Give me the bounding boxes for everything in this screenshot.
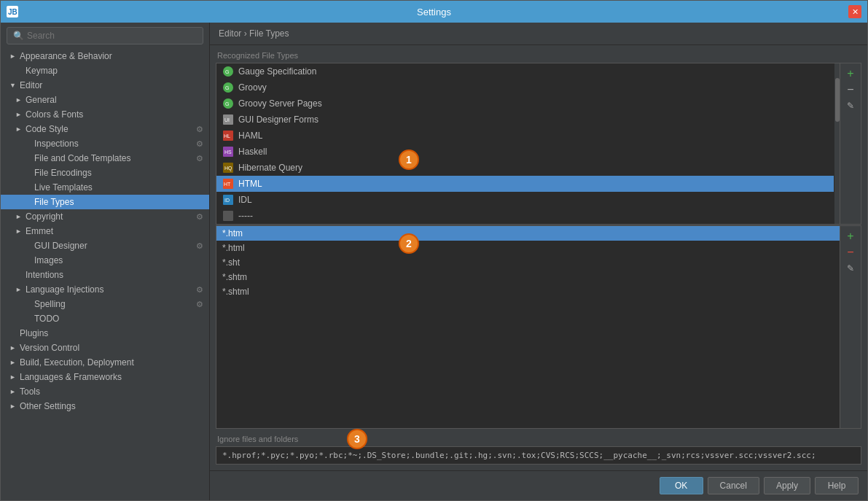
- sidebar-item-label: Plugins: [20, 328, 203, 338]
- sidebar-item-copyright[interactable]: ► Copyright ⚙: [1, 209, 209, 224]
- remove-file-type-button[interactable]: −: [843, 82, 858, 97]
- sidebar-item-images[interactable]: Images: [1, 253, 209, 268]
- cancel-button[interactable]: Cancel: [708, 477, 759, 494]
- file-type-label: Hibernate Query: [238, 163, 302, 173]
- add-file-type-button[interactable]: +: [843, 66, 858, 81]
- ignore-input[interactable]: [216, 446, 861, 465]
- groovy-icon: G: [222, 82, 234, 93]
- file-type-label: HTML: [238, 179, 262, 189]
- file-types-side-buttons: + − ✎: [840, 63, 861, 224]
- list-item[interactable]: HL HAML: [216, 128, 834, 144]
- list-item[interactable]: ID IDL: [216, 192, 834, 208]
- patterns-list-container: *.htm *.html *.sht *.shtm: [216, 225, 861, 429]
- badge-icon: ⚙: [196, 212, 203, 222]
- file-type-label: Groovy: [238, 82, 267, 93]
- sidebar-item-tools[interactable]: ► Tools: [1, 384, 209, 399]
- list-item[interactable]: G Gauge Specification: [216, 63, 834, 79]
- pattern-item-sht[interactable]: *.sht: [216, 255, 840, 270]
- file-types-listbox[interactable]: G Gauge Specification G Groovy: [216, 63, 834, 224]
- file-type-label: Groovy Server Pages: [238, 98, 322, 109]
- sidebar-item-languages[interactable]: ► Languages & Frameworks: [1, 370, 209, 384]
- pattern-item-html[interactable]: *.html: [216, 241, 840, 255]
- svg-text:HQ: HQ: [224, 166, 232, 171]
- list-item[interactable]: HS Haskell: [216, 144, 834, 160]
- list-item[interactable]: UI GUI Designer Forms: [216, 112, 834, 128]
- ok-button[interactable]: OK: [660, 477, 703, 494]
- list-item[interactable]: HQ Hibernate Query: [216, 160, 834, 176]
- scrollbar-track[interactable]: [834, 63, 840, 224]
- sidebar-item-spelling[interactable]: Spelling ⚙: [1, 297, 209, 311]
- apply-button[interactable]: Apply: [764, 477, 810, 494]
- sidebar-item-label: Intentions: [26, 270, 203, 280]
- svg-text:HT: HT: [224, 182, 231, 187]
- pattern-label: *.shtml: [222, 287, 249, 297]
- content-area: 🔍 ► Appearance & Behavior Keymap ▼ Edito…: [1, 23, 867, 500]
- title-bar: JB Settings ✕: [1, 1, 867, 23]
- sidebar-item-version-control[interactable]: ► Version Control: [1, 341, 209, 355]
- pattern-item-shtml[interactable]: *.shtml: [216, 284, 840, 299]
- edit-file-type-button[interactable]: ✎: [843, 98, 858, 113]
- arrow-icon: ▼: [9, 82, 17, 89]
- list-item-html[interactable]: HT HTML: [216, 176, 834, 192]
- sidebar-item-file-types[interactable]: File Types: [1, 195, 209, 209]
- svg-text:HS: HS: [224, 149, 232, 155]
- sidebar-item-live-templates[interactable]: Live Templates: [1, 180, 209, 195]
- search-input[interactable]: [27, 31, 197, 41]
- remove-pattern-button[interactable]: −: [843, 245, 858, 260]
- add-pattern-button[interactable]: +: [843, 229, 858, 244]
- sidebar: 🔍 ► Appearance & Behavior Keymap ▼ Edito…: [1, 23, 210, 500]
- sidebar-item-label: Live Templates: [34, 182, 203, 193]
- pattern-item-shtm[interactable]: *.shtm: [216, 270, 840, 284]
- svg-text:UI: UI: [224, 117, 230, 123]
- gui-icon: UI: [222, 114, 234, 125]
- badge-icon: ⚙: [196, 154, 203, 163]
- sidebar-item-file-encodings[interactable]: File Encodings: [1, 166, 209, 180]
- sidebar-item-gui-designer[interactable]: GUI Designer ⚙: [1, 238, 209, 253]
- sidebar-item-emmet[interactable]: ► Emmet: [1, 224, 209, 238]
- sidebar-item-colors-fonts[interactable]: ► Colors & Fonts: [1, 107, 209, 122]
- search-box[interactable]: 🔍: [7, 27, 203, 44]
- recognized-section-label: Recognized File Types: [216, 51, 861, 60]
- sidebar-item-label: Other Settings: [20, 401, 203, 411]
- sidebar-item-keymap[interactable]: Keymap: [1, 63, 209, 78]
- sidebar-item-lang-injections[interactable]: ► Language Injections ⚙: [1, 282, 209, 297]
- sidebar-item-label: Emmet: [26, 226, 203, 236]
- settings-window: JB Settings ✕ 🔍 ► Appearance & Behavior …: [0, 0, 868, 501]
- arrow-icon: ►: [15, 96, 23, 104]
- list-item[interactable]: G Groovy: [216, 79, 834, 96]
- ignore-section: Ignore files and folders 3: [216, 435, 861, 465]
- sidebar-item-general[interactable]: ► General: [1, 93, 209, 107]
- close-button[interactable]: ✕: [848, 5, 861, 18]
- sidebar-item-intentions[interactable]: Intentions: [1, 268, 209, 282]
- file-type-label: Gauge Specification: [238, 66, 316, 77]
- generic-icon: [222, 210, 234, 222]
- pattern-item-htm[interactable]: *.htm: [216, 226, 840, 241]
- ignore-label: Ignore files and folders 3: [216, 435, 861, 443]
- help-button[interactable]: Help: [815, 477, 859, 494]
- title-bar-left: JB: [7, 6, 18, 18]
- sidebar-item-appearance[interactable]: ► Appearance & Behavior: [1, 49, 209, 63]
- sidebar-item-inspections[interactable]: Inspections ⚙: [1, 136, 209, 151]
- list-item[interactable]: G Groovy Server Pages: [216, 96, 834, 112]
- edit-pattern-button[interactable]: ✎: [843, 261, 858, 276]
- sidebar-item-file-code-templates[interactable]: File and Code Templates ⚙: [1, 151, 209, 166]
- sidebar-item-editor[interactable]: ▼ Editor: [1, 78, 209, 93]
- registered-patterns-section: Registered Patterns *.htm *.html *.sht: [216, 214, 861, 429]
- svg-text:G: G: [225, 85, 229, 90]
- patterns-listbox[interactable]: *.htm *.html *.sht *.shtm: [216, 226, 840, 428]
- sidebar-item-other[interactable]: ► Other Settings: [1, 399, 209, 413]
- svg-rect-20: [223, 211, 233, 221]
- hibernate-icon: HQ: [222, 162, 234, 174]
- sidebar-item-todo[interactable]: TODO: [1, 311, 209, 326]
- list-item[interactable]: -----: [216, 208, 834, 224]
- sidebar-item-label: Languages & Frameworks: [20, 372, 203, 382]
- arrow-icon: ►: [15, 111, 23, 118]
- badge-icon: ⚙: [196, 139, 203, 149]
- arrow-icon: ►: [9, 53, 17, 60]
- sidebar-item-plugins[interactable]: Plugins: [1, 326, 209, 341]
- sidebar-item-label: File Types: [34, 197, 203, 207]
- sidebar-item-code-style[interactable]: ► Code Style ⚙: [1, 122, 209, 136]
- haskell-icon: HS: [222, 146, 234, 158]
- sidebar-item-build[interactable]: ► Build, Execution, Deployment: [1, 355, 209, 370]
- main-panel: Editor › File Types Recognized File Type…: [210, 23, 867, 500]
